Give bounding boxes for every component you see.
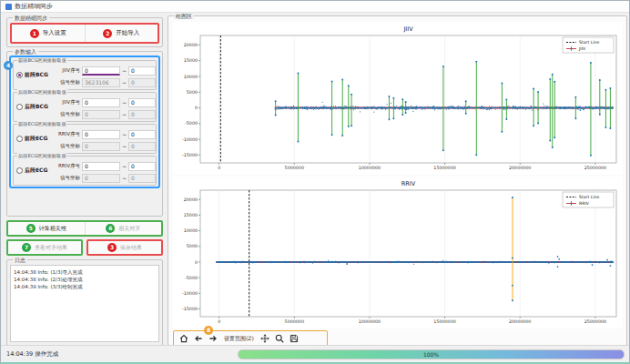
step-badge: 5 — [26, 224, 36, 233]
param-row: JIIV序号0~0 — [51, 96, 156, 108]
section-title: 后段ECG区间坐标取值 — [17, 153, 66, 158]
pan-icon — [260, 334, 269, 343]
svg-text:10000: 10000 — [184, 75, 198, 79]
param-input[interactable]: 0 — [82, 66, 120, 76]
param-input: 0 — [128, 174, 156, 183]
import-settings-button[interactable]: 1 导入设置 — [12, 25, 85, 42]
save-figure-button[interactable] — [289, 333, 300, 344]
param-input[interactable]: 0 — [82, 98, 120, 107]
log-entry: 14:04:38 Info: (1/3)导入完成 — [14, 268, 156, 276]
radio-2[interactable]: 前段ECG — [14, 135, 51, 143]
field-label: JIIV序号 — [51, 67, 80, 74]
action-buttons: 5计算相关性6相关对齐7查看对齐结果3保存结果 — [6, 220, 163, 256]
set-range-button[interactable]: 设置范围(Z) — [222, 335, 256, 343]
param-input: 0 — [128, 78, 156, 87]
params-group: 参数输入 4 前段BCG区间坐标取值前段BCGJIIV序号0~0信号坐标3623… — [6, 51, 163, 217]
home-button[interactable] — [178, 333, 189, 344]
svg-text:20000000: 20000000 — [509, 166, 531, 170]
svg-text:Start Line: Start Line — [579, 195, 599, 199]
zoom-icon — [275, 334, 284, 343]
action-button-label: 相关对齐 — [118, 225, 140, 233]
param-input[interactable]: 0 — [82, 130, 120, 139]
radio-label: 后段ECG — [25, 167, 47, 175]
plot-group-title: 绘图区 — [174, 13, 194, 19]
action-box: 3保存结果 — [86, 239, 163, 256]
svg-text:-10000: -10000 — [182, 137, 198, 142]
save-icon — [290, 334, 299, 343]
svg-text:-5000: -5000 — [185, 121, 198, 126]
section-title: 前段BCG区间坐标取值 — [17, 57, 67, 63]
action-button-5[interactable]: 5计算相关性 — [8, 222, 85, 235]
plot-group: 绘图区 050000001000000015000000200000002500… — [168, 15, 627, 346]
radio-1[interactable]: 后段BCG — [14, 103, 51, 111]
radio-0[interactable]: 前段BCG — [14, 71, 51, 79]
field-label: 信号坐标 — [51, 175, 80, 181]
param-input[interactable]: 0 — [128, 66, 156, 76]
svg-text:JIIV: JIIV — [402, 25, 413, 33]
param-input[interactable]: 0 — [82, 162, 120, 171]
svg-text:20000: 20000 — [184, 43, 198, 47]
step-badge: 1 — [30, 29, 39, 38]
svg-text:0: 0 — [218, 319, 220, 324]
svg-text:-5000: -5000 — [185, 276, 198, 280]
home-icon — [179, 334, 188, 343]
svg-text:20000000: 20000000 — [509, 319, 531, 324]
radio-icon — [16, 104, 23, 110]
svg-text:10000000: 10000000 — [359, 166, 381, 170]
sync-group-title: 数据精细同步 — [13, 15, 49, 21]
svg-text:5000000: 5000000 — [285, 319, 304, 324]
log-list[interactable]: 14:04:38 Info: (1/3)导入完成14:04:38 Info: (… — [10, 265, 159, 342]
sync-group: 数据精细同步 1 导入设置 2 开始导入 — [6, 17, 163, 47]
step-badge: 4 — [4, 61, 13, 70]
action-button-label: 保存结果 — [120, 244, 142, 252]
svg-text:15000000: 15000000 — [433, 319, 455, 324]
step-badge: 7 — [22, 243, 31, 252]
svg-text:5000: 5000 — [187, 90, 198, 95]
action-button-7[interactable]: 7查看对齐结果 — [8, 241, 81, 254]
svg-text:25000000: 25000000 — [584, 319, 606, 324]
svg-text:20000: 20000 — [184, 197, 198, 202]
back-button[interactable] — [193, 333, 204, 344]
svg-text:15000: 15000 — [184, 213, 198, 217]
param-input[interactable]: 0 — [128, 162, 156, 171]
param-row: RRIV序号0~0 — [51, 160, 156, 172]
svg-text:10000: 10000 — [184, 228, 198, 233]
log-entry: 14:04:39 Info: (3/3)绘制完成 — [14, 283, 156, 290]
action-box: 5计算相关性6相关对齐 — [6, 220, 163, 237]
svg-text:15000000: 15000000 — [433, 166, 455, 170]
action-box: 7查看对齐结果 — [6, 239, 83, 256]
param-section-1: 后段BCG区间坐标取值后段BCGJIIV序号0~0信号坐标0~0 — [13, 92, 157, 122]
param-input: 0 — [82, 142, 120, 151]
params-group-title: 参数输入 — [13, 48, 38, 55]
jiiv-chart[interactable]: 0500000010000000150000002000000025000000… — [173, 22, 623, 175]
field-label: 信号坐标 — [51, 79, 80, 86]
param-input: 0 — [82, 174, 120, 183]
param-input[interactable]: 0 — [128, 98, 156, 107]
pan-button[interactable] — [259, 333, 270, 344]
param-row: 信号坐标3623106~0 — [51, 76, 156, 88]
tilde-separator: ~ — [122, 99, 127, 106]
param-input[interactable]: 0 — [128, 130, 156, 139]
svg-text:-10000: -10000 — [182, 291, 198, 296]
section-title: 后段BCG区间坐标取值 — [17, 89, 67, 95]
param-row: JIIV序号0~0 — [51, 65, 156, 76]
rriv-chart[interactable]: 0500000010000000150000002000000025000000… — [173, 177, 623, 329]
action-button-3[interactable]: 3保存结果 — [88, 241, 161, 254]
zoom-button[interactable] — [274, 333, 285, 344]
tilde-separator: ~ — [122, 79, 127, 86]
svg-text:5000: 5000 — [187, 244, 198, 248]
param-section-2: 前段ECG区间坐标取值前段ECGRRIV序号0~0信号坐标0~0 — [13, 124, 157, 154]
app-icon — [5, 4, 12, 10]
param-section-0: 前段BCG区间坐标取值前段BCGJIIV序号0~0信号坐标3623106~0 — [13, 60, 157, 90]
param-input: 0 — [128, 110, 156, 119]
svg-text:15000: 15000 — [184, 58, 198, 63]
field-label: JIIV序号 — [51, 99, 80, 106]
progress-bar: 100% — [238, 349, 625, 359]
start-import-button[interactable]: 2 开始导入 — [85, 25, 158, 42]
step-badge: 6 — [106, 224, 115, 233]
action-button-6[interactable]: 6相关对齐 — [85, 222, 162, 235]
tilde-separator: ~ — [122, 131, 127, 137]
param-row: 信号坐标0~0 — [51, 108, 156, 120]
svg-text:0: 0 — [195, 260, 198, 265]
radio-3[interactable]: 后段ECG — [14, 167, 51, 175]
